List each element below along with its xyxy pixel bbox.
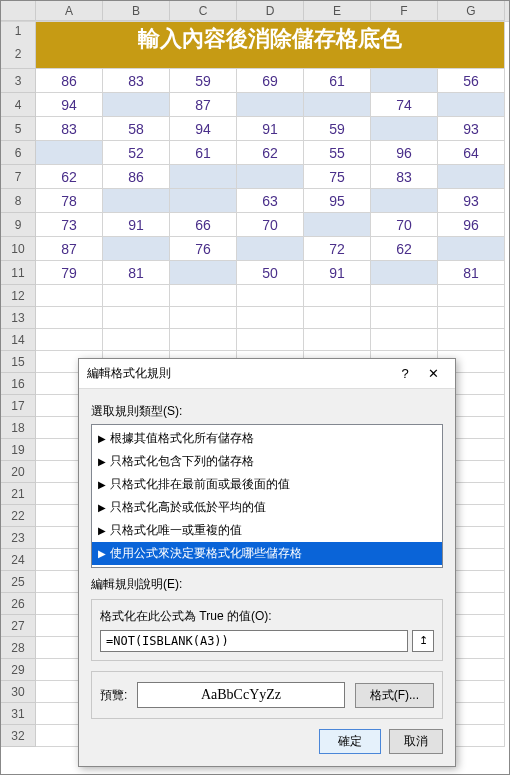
cell[interactable]: 59	[304, 117, 371, 141]
col-header-a[interactable]: A	[36, 1, 103, 21]
cell[interactable]: 72	[304, 237, 371, 261]
row-header-24[interactable]: 24	[1, 549, 36, 571]
rule-type-option[interactable]: ▶只格式化高於或低於平均的值	[92, 496, 442, 519]
col-header-f[interactable]: F	[371, 1, 438, 21]
cell[interactable]	[371, 69, 438, 93]
row-header-7[interactable]: 7	[1, 165, 36, 189]
cell[interactable]: 61	[304, 69, 371, 93]
row-header-21[interactable]: 21	[1, 483, 36, 505]
cell[interactable]: 96	[371, 141, 438, 165]
rule-type-list[interactable]: ▶根據其值格式化所有儲存格▶只格式化包含下列的儲存格▶只格式化排在最前面或最後面…	[91, 424, 443, 568]
row-header-18[interactable]: 18	[1, 417, 36, 439]
cell[interactable]	[371, 285, 438, 307]
row-header-32[interactable]: 32	[1, 725, 36, 747]
row-header-13[interactable]: 13	[1, 307, 36, 329]
col-header-d[interactable]: D	[237, 1, 304, 21]
dialog-titlebar[interactable]: 編輯格式化規則 ? ✕	[79, 359, 455, 389]
cell[interactable]	[170, 261, 237, 285]
row-header-14[interactable]: 14	[1, 329, 36, 351]
row-header-23[interactable]: 23	[1, 527, 36, 549]
cell[interactable]	[36, 329, 103, 351]
help-button[interactable]: ?	[391, 366, 419, 381]
cell[interactable]: 93	[438, 189, 505, 213]
cell[interactable]: 86	[36, 69, 103, 93]
cell[interactable]: 70	[237, 213, 304, 237]
cell[interactable]: 83	[371, 165, 438, 189]
cell[interactable]: 83	[103, 69, 170, 93]
col-header-c[interactable]: C	[170, 1, 237, 21]
row-header-2[interactable]: 2	[1, 39, 36, 69]
cell[interactable]: 75	[304, 165, 371, 189]
cell[interactable]: 83	[36, 117, 103, 141]
cell[interactable]	[103, 307, 170, 329]
cell[interactable]: 91	[237, 117, 304, 141]
cell[interactable]	[304, 307, 371, 329]
rule-type-option[interactable]: ▶根據其值格式化所有儲存格	[92, 427, 442, 450]
cell[interactable]: 86	[103, 165, 170, 189]
row-header-28[interactable]: 28	[1, 637, 36, 659]
row-header-17[interactable]: 17	[1, 395, 36, 417]
cell[interactable]: 59	[170, 69, 237, 93]
cell[interactable]	[170, 285, 237, 307]
row-header-5[interactable]: 5	[1, 117, 36, 141]
cell[interactable]	[438, 307, 505, 329]
close-button[interactable]: ✕	[419, 366, 447, 381]
col-header-e[interactable]: E	[304, 1, 371, 21]
row-header-9[interactable]: 9	[1, 213, 36, 237]
row-header-11[interactable]: 11	[1, 261, 36, 285]
cell[interactable]: 81	[103, 261, 170, 285]
cell[interactable]: 96	[438, 213, 505, 237]
cell[interactable]	[371, 189, 438, 213]
cell[interactable]	[304, 93, 371, 117]
row-header-27[interactable]: 27	[1, 615, 36, 637]
cell[interactable]	[371, 329, 438, 351]
cell[interactable]: 55	[304, 141, 371, 165]
cell[interactable]	[438, 93, 505, 117]
cell[interactable]	[438, 329, 505, 351]
cell[interactable]	[438, 237, 505, 261]
col-header-b[interactable]: B	[103, 1, 170, 21]
cell[interactable]: 62	[371, 237, 438, 261]
cell[interactable]	[36, 307, 103, 329]
cell[interactable]	[170, 329, 237, 351]
cell[interactable]: 69	[237, 69, 304, 93]
cell[interactable]: 63	[237, 189, 304, 213]
cell[interactable]: 74	[371, 93, 438, 117]
col-header-g[interactable]: G	[438, 1, 505, 21]
cell[interactable]	[170, 189, 237, 213]
row-header-19[interactable]: 19	[1, 439, 36, 461]
title-banner-2[interactable]: 輸入內容後消除儲存格底色	[36, 39, 505, 69]
row-header-4[interactable]: 4	[1, 93, 36, 117]
cell[interactable]	[36, 285, 103, 307]
row-header-22[interactable]: 22	[1, 505, 36, 527]
row-header-29[interactable]: 29	[1, 659, 36, 681]
cell[interactable]: 87	[170, 93, 237, 117]
cell[interactable]: 61	[170, 141, 237, 165]
cell[interactable]	[304, 329, 371, 351]
rule-type-option[interactable]: ▶只格式化包含下列的儲存格	[92, 450, 442, 473]
cell[interactable]: 66	[170, 213, 237, 237]
cell[interactable]	[36, 141, 103, 165]
cell[interactable]	[103, 93, 170, 117]
cell[interactable]: 94	[170, 117, 237, 141]
cell[interactable]	[237, 237, 304, 261]
row-header-12[interactable]: 12	[1, 285, 36, 307]
cell[interactable]: 87	[36, 237, 103, 261]
cell[interactable]	[304, 285, 371, 307]
row-header-8[interactable]: 8	[1, 189, 36, 213]
cell[interactable]	[371, 307, 438, 329]
row-header-31[interactable]: 31	[1, 703, 36, 725]
rule-type-option[interactable]: ▶使用公式來決定要格式化哪些儲存格	[92, 542, 442, 565]
row-header-20[interactable]: 20	[1, 461, 36, 483]
rule-type-option[interactable]: ▶只格式化唯一或重複的值	[92, 519, 442, 542]
row-header-3[interactable]: 3	[1, 69, 36, 93]
cell[interactable]	[371, 261, 438, 285]
cell[interactable]	[103, 329, 170, 351]
cell[interactable]	[237, 329, 304, 351]
cell[interactable]	[438, 165, 505, 189]
cell[interactable]	[103, 237, 170, 261]
cell[interactable]: 70	[371, 213, 438, 237]
cell[interactable]: 93	[438, 117, 505, 141]
cell[interactable]: 78	[36, 189, 103, 213]
cell[interactable]: 62	[237, 141, 304, 165]
